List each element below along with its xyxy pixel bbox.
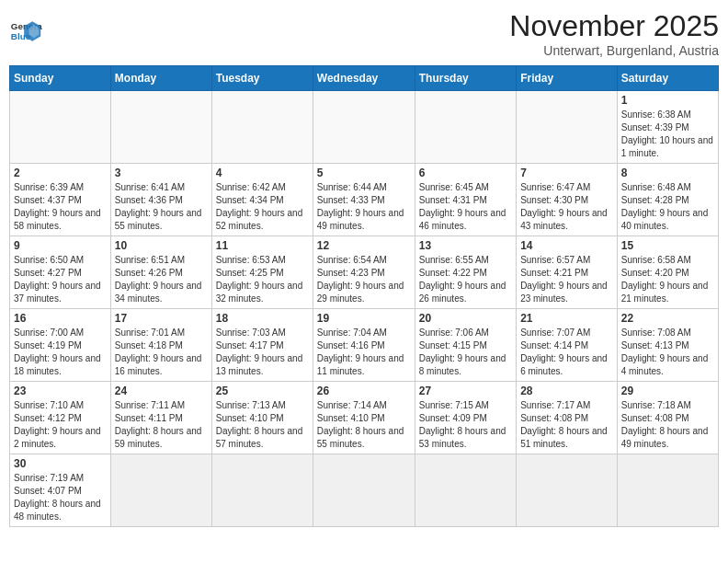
day-number: 10 xyxy=(115,239,208,252)
day-cell: 2Sunrise: 6:39 AM Sunset: 4:37 PM Daylig… xyxy=(10,164,111,236)
day-number: 28 xyxy=(520,385,613,397)
day-cell xyxy=(110,454,211,527)
day-cell: 25Sunrise: 7:13 AM Sunset: 4:10 PM Dayli… xyxy=(211,382,313,454)
week-row-2: 2Sunrise: 6:39 AM Sunset: 4:37 PM Daylig… xyxy=(10,164,719,236)
day-number: 1 xyxy=(621,94,714,107)
day-info: Sunrise: 6:48 AM Sunset: 4:28 PM Dayligh… xyxy=(621,181,714,233)
day-number: 9 xyxy=(14,239,107,252)
day-info: Sunrise: 6:45 AM Sunset: 4:31 PM Dayligh… xyxy=(419,181,512,233)
day-number: 24 xyxy=(115,385,208,397)
day-cell xyxy=(415,454,516,527)
title-area: November 2025 Unterwart, Burgenland, Aus… xyxy=(509,9,719,58)
day-cell xyxy=(10,91,111,164)
day-info: Sunrise: 7:07 AM Sunset: 4:14 PM Dayligh… xyxy=(520,327,613,378)
weekday-header-friday: Friday xyxy=(517,66,618,91)
weekday-header-row: SundayMondayTuesdayWednesdayThursdayFrid… xyxy=(10,66,719,91)
day-cell: 26Sunrise: 7:14 AM Sunset: 4:10 PM Dayli… xyxy=(313,382,415,454)
weekday-header-wednesday: Wednesday xyxy=(313,66,415,91)
day-info: Sunrise: 7:00 AM Sunset: 4:19 PM Dayligh… xyxy=(14,327,107,378)
logo-icon: General Blue xyxy=(9,15,42,48)
day-info: Sunrise: 6:51 AM Sunset: 4:26 PM Dayligh… xyxy=(115,254,208,305)
day-number: 18 xyxy=(216,312,309,325)
day-cell: 28Sunrise: 7:17 AM Sunset: 4:08 PM Dayli… xyxy=(517,382,618,454)
day-cell: 10Sunrise: 6:51 AM Sunset: 4:26 PM Dayli… xyxy=(110,236,211,309)
day-number: 13 xyxy=(419,239,512,252)
day-cell: 21Sunrise: 7:07 AM Sunset: 4:14 PM Dayli… xyxy=(517,309,618,382)
month-title: November 2025 xyxy=(509,9,719,43)
day-number: 2 xyxy=(14,167,107,179)
day-cell: 24Sunrise: 7:11 AM Sunset: 4:11 PM Dayli… xyxy=(110,382,211,454)
day-info: Sunrise: 6:55 AM Sunset: 4:22 PM Dayligh… xyxy=(419,254,512,305)
day-cell: 16Sunrise: 7:00 AM Sunset: 4:19 PM Dayli… xyxy=(10,309,111,382)
day-cell xyxy=(617,454,718,527)
day-number: 6 xyxy=(419,167,512,179)
day-number: 27 xyxy=(419,385,512,397)
day-number: 3 xyxy=(115,167,208,179)
day-cell xyxy=(415,91,516,164)
day-number: 22 xyxy=(621,312,714,325)
day-cell: 11Sunrise: 6:53 AM Sunset: 4:25 PM Dayli… xyxy=(211,236,313,309)
week-row-4: 16Sunrise: 7:00 AM Sunset: 4:19 PM Dayli… xyxy=(10,309,719,382)
day-cell xyxy=(211,91,313,164)
day-number: 20 xyxy=(419,312,512,325)
weekday-header-sunday: Sunday xyxy=(10,66,111,91)
day-number: 25 xyxy=(216,385,309,397)
day-cell: 3Sunrise: 6:41 AM Sunset: 4:36 PM Daylig… xyxy=(110,164,211,236)
day-number: 21 xyxy=(520,312,613,325)
location-subtitle: Unterwart, Burgenland, Austria xyxy=(509,43,719,58)
day-number: 11 xyxy=(216,239,309,252)
day-cell: 30Sunrise: 7:19 AM Sunset: 4:07 PM Dayli… xyxy=(10,454,111,527)
weekday-header-monday: Monday xyxy=(110,66,211,91)
day-cell: 20Sunrise: 7:06 AM Sunset: 4:15 PM Dayli… xyxy=(415,309,516,382)
week-row-3: 9Sunrise: 6:50 AM Sunset: 4:27 PM Daylig… xyxy=(10,236,719,309)
day-info: Sunrise: 6:41 AM Sunset: 4:36 PM Dayligh… xyxy=(115,181,208,233)
logo: General Blue xyxy=(9,9,42,48)
day-info: Sunrise: 6:47 AM Sunset: 4:30 PM Dayligh… xyxy=(520,181,613,233)
day-cell: 5Sunrise: 6:44 AM Sunset: 4:33 PM Daylig… xyxy=(313,164,415,236)
day-info: Sunrise: 6:50 AM Sunset: 4:27 PM Dayligh… xyxy=(14,254,107,305)
day-info: Sunrise: 7:13 AM Sunset: 4:10 PM Dayligh… xyxy=(216,399,309,451)
day-cell: 7Sunrise: 6:47 AM Sunset: 4:30 PM Daylig… xyxy=(517,164,618,236)
day-number: 7 xyxy=(520,167,613,179)
day-info: Sunrise: 7:01 AM Sunset: 4:18 PM Dayligh… xyxy=(115,327,208,378)
weekday-header-tuesday: Tuesday xyxy=(211,66,313,91)
day-info: Sunrise: 7:14 AM Sunset: 4:10 PM Dayligh… xyxy=(317,399,411,451)
day-info: Sunrise: 7:03 AM Sunset: 4:17 PM Dayligh… xyxy=(216,327,309,378)
day-cell xyxy=(211,454,313,527)
day-number: 29 xyxy=(621,385,714,397)
day-cell: 12Sunrise: 6:54 AM Sunset: 4:23 PM Dayli… xyxy=(313,236,415,309)
day-cell: 18Sunrise: 7:03 AM Sunset: 4:17 PM Dayli… xyxy=(211,309,313,382)
day-cell: 29Sunrise: 7:18 AM Sunset: 4:08 PM Dayli… xyxy=(617,382,718,454)
day-number: 5 xyxy=(317,167,411,179)
calendar-table: SundayMondayTuesdayWednesdayThursdayFrid… xyxy=(9,65,719,527)
day-info: Sunrise: 6:44 AM Sunset: 4:33 PM Dayligh… xyxy=(317,181,411,233)
day-info: Sunrise: 6:42 AM Sunset: 4:34 PM Dayligh… xyxy=(216,181,309,233)
day-info: Sunrise: 6:58 AM Sunset: 4:20 PM Dayligh… xyxy=(621,254,714,305)
day-number: 19 xyxy=(317,312,411,325)
day-cell: 27Sunrise: 7:15 AM Sunset: 4:09 PM Dayli… xyxy=(415,382,516,454)
day-info: Sunrise: 7:08 AM Sunset: 4:13 PM Dayligh… xyxy=(621,327,714,378)
day-number: 23 xyxy=(14,385,107,397)
day-cell: 13Sunrise: 6:55 AM Sunset: 4:22 PM Dayli… xyxy=(415,236,516,309)
day-info: Sunrise: 7:15 AM Sunset: 4:09 PM Dayligh… xyxy=(419,399,512,451)
day-cell: 19Sunrise: 7:04 AM Sunset: 4:16 PM Dayli… xyxy=(313,309,415,382)
day-cell: 15Sunrise: 6:58 AM Sunset: 4:20 PM Dayli… xyxy=(617,236,718,309)
day-cell: 1Sunrise: 6:38 AM Sunset: 4:39 PM Daylig… xyxy=(617,91,718,164)
day-info: Sunrise: 7:17 AM Sunset: 4:08 PM Dayligh… xyxy=(520,399,613,451)
day-cell: 17Sunrise: 7:01 AM Sunset: 4:18 PM Dayli… xyxy=(110,309,211,382)
day-cell: 4Sunrise: 6:42 AM Sunset: 4:34 PM Daylig… xyxy=(211,164,313,236)
weekday-header-saturday: Saturday xyxy=(617,66,718,91)
day-number: 26 xyxy=(317,385,411,397)
day-info: Sunrise: 6:54 AM Sunset: 4:23 PM Dayligh… xyxy=(317,254,411,305)
day-cell xyxy=(517,91,618,164)
day-cell: 9Sunrise: 6:50 AM Sunset: 4:27 PM Daylig… xyxy=(10,236,111,309)
day-info: Sunrise: 7:06 AM Sunset: 4:15 PM Dayligh… xyxy=(419,327,512,378)
day-cell xyxy=(313,91,415,164)
day-cell xyxy=(517,454,618,527)
day-info: Sunrise: 6:39 AM Sunset: 4:37 PM Dayligh… xyxy=(14,181,107,233)
day-cell: 6Sunrise: 6:45 AM Sunset: 4:31 PM Daylig… xyxy=(415,164,516,236)
day-info: Sunrise: 6:53 AM Sunset: 4:25 PM Dayligh… xyxy=(216,254,309,305)
header: General Blue November 2025 Unterwart, Bu… xyxy=(9,9,719,58)
day-cell: 23Sunrise: 7:10 AM Sunset: 4:12 PM Dayli… xyxy=(10,382,111,454)
day-cell: 14Sunrise: 6:57 AM Sunset: 4:21 PM Dayli… xyxy=(517,236,618,309)
